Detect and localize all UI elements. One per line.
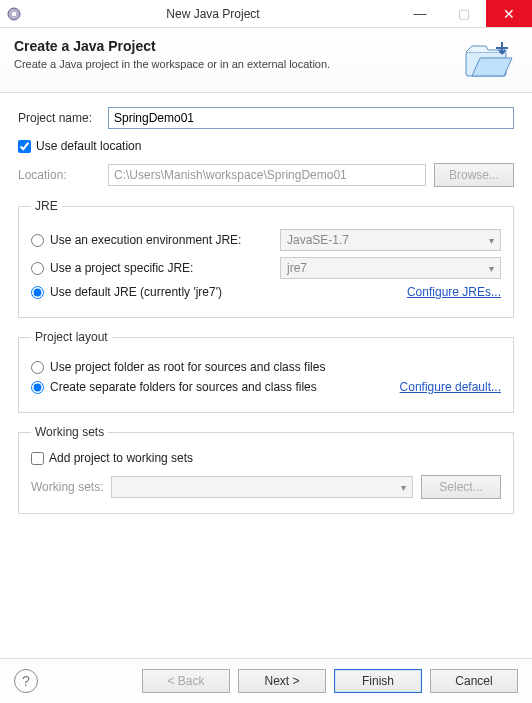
separate-folders-radio[interactable] [31, 381, 44, 394]
project-specific-label: Use a project specific JRE: [50, 261, 280, 275]
default-jre-label: Use default JRE (currently 'jre7') [50, 285, 222, 299]
working-sets-legend: Working sets [31, 425, 108, 439]
configure-jres-link[interactable]: Configure JREs... [407, 285, 501, 299]
root-folder-radio[interactable] [31, 361, 44, 374]
chevron-down-icon: ▾ [401, 482, 406, 493]
maximize-button[interactable]: ▢ [442, 0, 486, 27]
exec-env-value: JavaSE-1.7 [287, 233, 349, 247]
chevron-down-icon: ▾ [489, 263, 494, 274]
app-icon [0, 0, 28, 28]
default-jre-radio[interactable] [31, 286, 44, 299]
project-name-label: Project name: [18, 111, 108, 125]
folder-open-icon [458, 38, 518, 82]
window-title: New Java Project [28, 7, 398, 21]
next-button[interactable]: Next > [238, 669, 326, 693]
select-working-sets-button: Select... [421, 475, 501, 499]
use-default-location-label: Use default location [36, 139, 141, 153]
chevron-down-icon: ▾ [489, 235, 494, 246]
jre-legend: JRE [31, 199, 62, 213]
content-area: Project name: Use default location Locat… [0, 93, 532, 528]
add-to-working-sets-label: Add project to working sets [49, 451, 193, 465]
project-specific-radio[interactable] [31, 262, 44, 275]
separate-folders-label: Create separate folders for sources and … [50, 380, 317, 394]
titlebar: New Java Project — ▢ ✕ [0, 0, 532, 28]
footer: ? < Back Next > Finish Cancel [0, 658, 532, 703]
close-button[interactable]: ✕ [486, 0, 532, 27]
location-input [108, 164, 426, 186]
back-button: < Back [142, 669, 230, 693]
project-layout-group: Project layout Use project folder as roo… [18, 330, 514, 413]
project-name-input[interactable] [108, 107, 514, 129]
project-specific-combo: jre7 ▾ [280, 257, 501, 279]
browse-button: Browse... [434, 163, 514, 187]
banner-subtext: Create a Java project in the workspace o… [14, 58, 458, 70]
jre-group: JRE Use an execution environment JRE: Ja… [18, 199, 514, 318]
root-folder-label: Use project folder as root for sources a… [50, 360, 325, 374]
use-default-location-checkbox[interactable] [18, 140, 31, 153]
working-sets-combo-label: Working sets: [31, 480, 111, 494]
exec-env-label: Use an execution environment JRE: [50, 233, 280, 247]
exec-env-radio[interactable] [31, 234, 44, 247]
help-button[interactable]: ? [14, 669, 38, 693]
exec-env-combo: JavaSE-1.7 ▾ [280, 229, 501, 251]
finish-button[interactable]: Finish [334, 669, 422, 693]
banner: Create a Java Project Create a Java proj… [0, 28, 532, 93]
working-sets-group: Working sets Add project to working sets… [18, 425, 514, 514]
location-label: Location: [18, 168, 108, 182]
working-sets-combo: ▾ [111, 476, 413, 498]
add-to-working-sets-checkbox[interactable] [31, 452, 44, 465]
configure-default-link[interactable]: Configure default... [400, 380, 501, 394]
minimize-button[interactable]: — [398, 0, 442, 27]
project-specific-value: jre7 [287, 261, 307, 275]
cancel-button[interactable]: Cancel [430, 669, 518, 693]
svg-point-1 [12, 11, 16, 15]
banner-heading: Create a Java Project [14, 38, 458, 54]
layout-legend: Project layout [31, 330, 112, 344]
